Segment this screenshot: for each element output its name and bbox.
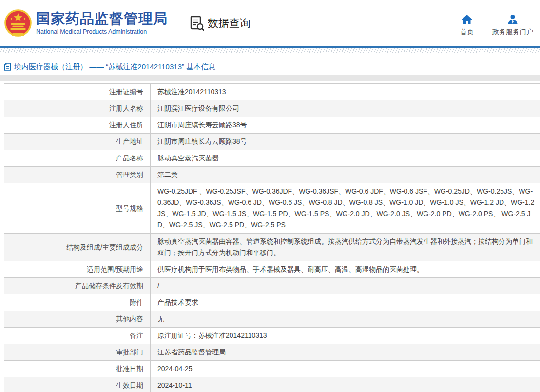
doc-magnifier-icon bbox=[190, 16, 205, 31]
row-value: 江阴市周庄镇长寿云顾路38号 bbox=[151, 134, 540, 150]
national-emblem-icon bbox=[4, 8, 32, 39]
row-value: 江阴滨江医疗设备有限公司 bbox=[151, 100, 540, 117]
row-value: 2024-04-25 bbox=[151, 361, 540, 377]
row-value: 江苏省药品监督管理局 bbox=[151, 344, 540, 360]
table-row: 附件 产品技术要求 bbox=[4, 294, 540, 311]
row-value: 2024-10-11 bbox=[151, 377, 540, 392]
info-table: 注册证编号 苏械注准20142110313 注册人名称 江阴滨江医疗设备有限公司… bbox=[4, 83, 540, 392]
document-icon bbox=[4, 63, 11, 71]
table-row: 产品储存条件及有效期 / bbox=[4, 277, 540, 294]
nav-gov-portal-label: 政务服务门户 bbox=[492, 28, 533, 37]
table-row: 管理类别 第二类 bbox=[4, 166, 540, 183]
title-separator bbox=[0, 75, 540, 81]
user-icon bbox=[507, 14, 519, 25]
row-label: 注册人名称 bbox=[4, 100, 151, 117]
table-row: 备注 原注册证号：苏械注准20142110313 bbox=[4, 327, 540, 344]
data-query-entry[interactable]: 数据查询 bbox=[190, 16, 251, 31]
breadcrumb: 境内医疗器械（注册） —— “苏械注准20142110313” 基本信息 bbox=[0, 60, 540, 74]
row-label: 产品名称 bbox=[4, 150, 151, 166]
row-label: 批准日期 bbox=[4, 361, 151, 377]
row-value: 第二类 bbox=[151, 167, 540, 183]
row-label: 生效日期 bbox=[4, 377, 151, 392]
row-label: 适用范围/预期用途 bbox=[4, 261, 151, 277]
row-value: 供医疗机构用于医用布类物品、手术器械及器具、耐高压、高温、高湿物品的灭菌处理。 bbox=[151, 261, 540, 277]
row-label: 备注 bbox=[4, 328, 151, 344]
site-title-cn: 国家药品监督管理局 bbox=[36, 11, 168, 27]
table-row: 生效日期 2024-10-11 bbox=[4, 377, 540, 392]
row-value: 脉动真空蒸汽灭菌器由容器、管道系统和控制系统组成。按蒸汽供给方式分为自带蒸汽发生… bbox=[151, 234, 540, 261]
data-query-label: 数据查询 bbox=[208, 16, 251, 31]
nav-home-label: 首页 bbox=[460, 28, 474, 37]
nav-home[interactable]: 首页 bbox=[460, 10, 474, 37]
row-value: / bbox=[151, 278, 540, 294]
row-label: 产品储存条件及有效期 bbox=[4, 278, 151, 294]
table-row: 注册人住所 江阴市周庄镇长寿云顾路38号 bbox=[4, 117, 540, 133]
table-row: 注册证编号 苏械注准20142110313 bbox=[4, 84, 540, 100]
table-row: 结构及组成/主要组成成分 脉动真空蒸汽灭菌器由容器、管道系统和控制系统组成。按蒸… bbox=[4, 233, 540, 261]
stripe-band bbox=[0, 48, 540, 53]
row-label: 型号规格 bbox=[4, 183, 151, 233]
site-title-en: National Medical Products Administration bbox=[36, 29, 168, 36]
home-icon bbox=[461, 14, 473, 25]
table-row: 批准日期 2024-04-25 bbox=[4, 360, 540, 377]
table-row: 型号规格 WG-0.25JDF 、WG-0.25JSF、WG-0.36JDF、W… bbox=[4, 183, 540, 233]
table-row: 产品名称 脉动真空蒸汽灭菌器 bbox=[4, 150, 540, 166]
nmpa-logo[interactable]: 国家药品监督管理局 National Medical Products Admi… bbox=[4, 8, 168, 39]
table-row: 生产地址 江阴市周庄镇长寿云顾路38号 bbox=[4, 133, 540, 150]
table-row: 适用范围/预期用途 供医疗机构用于医用布类物品、手术器械及器具、耐高压、高温、高… bbox=[4, 261, 540, 277]
row-label: 管理类别 bbox=[4, 167, 151, 183]
row-label: 其他内容 bbox=[4, 311, 151, 327]
row-label: 附件 bbox=[4, 294, 151, 311]
row-value: WG-0.25JDF 、WG-0.25JSF、WG-0.36JDF、WG-0.3… bbox=[151, 183, 540, 233]
table-row: 其他内容 无 bbox=[4, 311, 540, 327]
row-value: 无 bbox=[151, 311, 540, 327]
row-label: 注册人住所 bbox=[4, 117, 151, 133]
page-title: 境内医疗器械（注册） —— “苏械注准20142110313” 基本信息 bbox=[14, 62, 215, 72]
nav-gov-portal[interactable]: 政务服务门户 bbox=[492, 10, 533, 37]
row-label: 注册证编号 bbox=[4, 84, 151, 100]
row-label: 结构及组成/主要组成成分 bbox=[4, 234, 151, 261]
row-value: 江阴市周庄镇长寿云顾路38号 bbox=[151, 117, 540, 133]
row-value: 苏械注准20142110313 bbox=[151, 84, 540, 100]
row-label: 生产地址 bbox=[4, 134, 151, 150]
table-row: 审批部门 江苏省药品监督管理局 bbox=[4, 344, 540, 360]
row-value: 产品技术要求 bbox=[151, 294, 540, 311]
row-value: 原注册证号：苏械注准20142110313 bbox=[151, 328, 540, 344]
site-header: 国家药品监督管理局 National Medical Products Admi… bbox=[0, 0, 540, 46]
table-row: 注册人名称 江阴滨江医疗设备有限公司 bbox=[4, 100, 540, 117]
header-nav: 首页 政务服务门户 bbox=[460, 10, 533, 37]
row-label: 审批部门 bbox=[4, 344, 151, 360]
row-value: 脉动真空蒸汽灭菌器 bbox=[151, 150, 540, 166]
